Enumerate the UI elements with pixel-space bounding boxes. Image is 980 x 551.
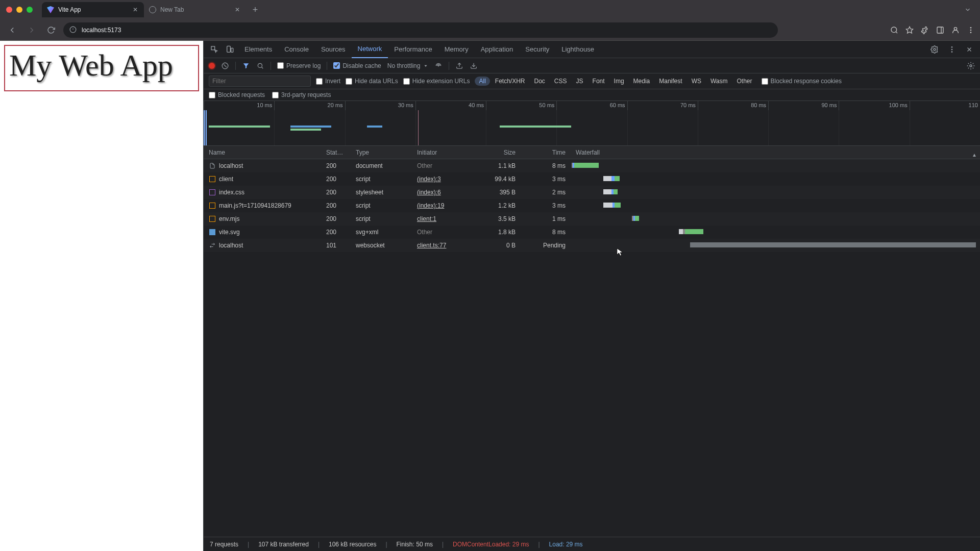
forward-button[interactable]: [24, 23, 39, 37]
network-conditions-icon[interactable]: [434, 62, 443, 70]
request-row[interactable]: client200script(index):399.4 kB3 ms: [204, 172, 980, 186]
request-row[interactable]: localhost200documentOther1.1 kB8 ms: [204, 159, 980, 172]
filter-type-wasm[interactable]: Wasm: [706, 77, 732, 86]
request-status: 200: [326, 162, 356, 169]
filter-type-all[interactable]: All: [475, 77, 489, 86]
filter-type-css[interactable]: CSS: [550, 77, 571, 86]
record-button[interactable]: [209, 63, 215, 69]
filter-type-ws[interactable]: WS: [688, 77, 705, 86]
upload-har-icon[interactable]: [455, 62, 463, 70]
col-status[interactable]: Stat…: [326, 149, 356, 156]
request-row[interactable]: index.css200stylesheet(index):6395 B2 ms: [204, 186, 980, 199]
zoom-icon[interactable]: [890, 26, 898, 34]
menu-icon[interactable]: [967, 26, 975, 34]
request-initiator[interactable]: (index):6: [417, 189, 481, 196]
tab-newtab[interactable]: New Tab ✕: [144, 2, 246, 17]
devtools-tab-sources[interactable]: Sources: [315, 41, 352, 58]
status-load: Load: 29 ms: [549, 541, 583, 548]
close-tab-icon[interactable]: ✕: [132, 6, 139, 13]
blocked-cookies-checkbox[interactable]: Blocked response cookies: [762, 78, 842, 85]
back-button[interactable]: [5, 23, 19, 37]
col-size[interactable]: Size: [481, 149, 522, 156]
devtools-tab-memory[interactable]: Memory: [438, 41, 475, 58]
site-info-icon[interactable]: [69, 26, 78, 34]
col-name[interactable]: Name: [204, 149, 326, 156]
request-initiator[interactable]: (index):3: [417, 176, 481, 183]
invert-checkbox[interactable]: Invert: [316, 78, 340, 85]
filter-type-js[interactable]: JS: [572, 77, 587, 86]
timeline-tick: 100 ms: [839, 101, 909, 110]
devtools-tab-performance[interactable]: Performance: [388, 41, 438, 58]
devtools-tab-elements[interactable]: Elements: [238, 41, 278, 58]
settings-icon[interactable]: [928, 43, 941, 56]
filter-type-other[interactable]: Other: [733, 77, 756, 86]
request-initiator[interactable]: client:1: [417, 215, 481, 222]
disable-cache-checkbox[interactable]: Disable cache: [333, 62, 381, 69]
request-row[interactable]: vite.svg200svg+xmlOther1.8 kB8 ms: [204, 226, 980, 239]
tab-title: New Tab: [160, 6, 184, 13]
third-party-checkbox[interactable]: 3rd-party requests: [272, 91, 331, 98]
devtools-tab-network[interactable]: Network: [352, 41, 388, 58]
extensions-icon[interactable]: [921, 26, 929, 34]
download-har-icon[interactable]: [470, 62, 478, 70]
request-row[interactable]: env.mjs200scriptclient:13.5 kB1 ms: [204, 212, 980, 226]
waterfall-cell: [572, 226, 980, 239]
request-status: 200: [326, 176, 356, 183]
waterfall-cell: [572, 239, 980, 252]
more-icon[interactable]: [945, 43, 959, 56]
close-devtools-icon[interactable]: [963, 43, 976, 56]
col-type[interactable]: Type: [356, 149, 417, 156]
filter-type-img[interactable]: Img: [610, 77, 628, 86]
devtools-tab-security[interactable]: Security: [519, 41, 555, 58]
filter-type-font[interactable]: Font: [589, 77, 609, 86]
col-time[interactable]: Time: [522, 149, 572, 156]
timeline-overview[interactable]: 10 ms20 ms30 ms40 ms50 ms60 ms70 ms80 ms…: [204, 101, 980, 146]
request-initiator[interactable]: Other: [417, 229, 481, 236]
filter-type-media[interactable]: Media: [629, 77, 654, 86]
filter-type-fetch-xhr[interactable]: Fetch/XHR: [491, 77, 529, 86]
request-status: 101: [326, 242, 356, 249]
maximize-window[interactable]: [27, 7, 33, 13]
col-waterfall[interactable]: Waterfall▲: [572, 149, 980, 156]
content-area: My Web App ElementsConsoleSourcesNetwork…: [0, 41, 980, 551]
throttling-select[interactable]: No throttling: [387, 62, 429, 69]
device-icon[interactable]: [223, 43, 236, 56]
request-initiator[interactable]: (index):19: [417, 202, 481, 209]
inspect-icon[interactable]: [208, 43, 221, 56]
request-row[interactable]: main.js?t=1710941828679200script(index):…: [204, 199, 980, 212]
tabstrip-menu[interactable]: [962, 4, 974, 16]
minimize-window[interactable]: [16, 7, 22, 13]
clear-icon[interactable]: [221, 62, 229, 70]
network-table-header[interactable]: Name Stat… Type Initiator Size Time Wate…: [204, 146, 980, 159]
profile-icon[interactable]: [951, 26, 960, 34]
col-initiator[interactable]: Initiator: [417, 149, 481, 156]
preserve-log-checkbox[interactable]: Preserve log: [277, 62, 321, 69]
request-name: vite.svg: [219, 229, 240, 236]
filter-type-doc[interactable]: Doc: [530, 77, 549, 86]
request-initiator[interactable]: Other: [417, 162, 481, 169]
sidepanel-icon[interactable]: [936, 26, 944, 34]
hide-extension-urls-checkbox[interactable]: Hide extension URLs: [403, 78, 470, 85]
request-row[interactable]: localhost101websocketclient.ts:770 BPend…: [204, 239, 980, 252]
devtools-tab-application[interactable]: Application: [475, 41, 520, 58]
bookmark-icon[interactable]: [905, 26, 914, 34]
browser-tabs: Vite App ✕ New Tab ✕ +: [42, 0, 262, 19]
new-tab-button[interactable]: +: [248, 3, 262, 17]
hide-data-urls-checkbox[interactable]: Hide data URLs: [346, 78, 398, 85]
tab-vite-app[interactable]: Vite App ✕: [42, 2, 144, 17]
status-requests: 7 requests: [210, 541, 238, 548]
blocked-requests-checkbox[interactable]: Blocked requests: [209, 91, 265, 98]
svg-point-3: [891, 27, 897, 33]
reload-button[interactable]: [44, 23, 58, 37]
close-window[interactable]: [6, 7, 12, 13]
filter-input[interactable]: [209, 76, 311, 87]
search-icon[interactable]: [256, 62, 264, 70]
close-tab-icon[interactable]: ✕: [234, 6, 241, 13]
filter-type-manifest[interactable]: Manifest: [655, 77, 686, 86]
address-bar[interactable]: localhost:5173: [63, 22, 778, 38]
devtools-tab-lighthouse[interactable]: Lighthouse: [555, 41, 600, 58]
request-initiator[interactable]: client.ts:77: [417, 242, 481, 249]
filter-icon[interactable]: [242, 62, 250, 70]
network-settings-icon[interactable]: [967, 62, 975, 70]
devtools-tab-console[interactable]: Console: [278, 41, 315, 58]
